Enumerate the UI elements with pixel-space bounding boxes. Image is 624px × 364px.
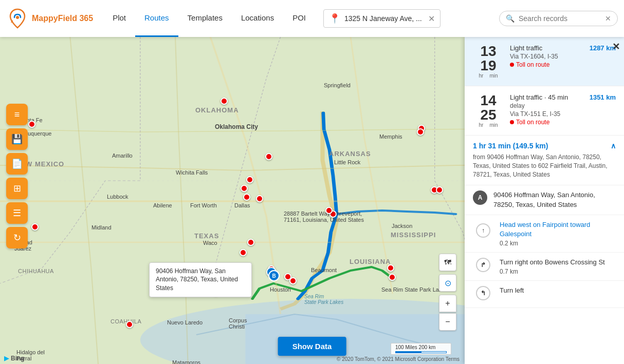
search-input[interactable] <box>519 14 601 23</box>
pin-la1 <box>436 186 443 194</box>
pin-wichita <box>246 176 253 183</box>
route-hours-1: 13 <box>480 44 496 59</box>
route-panel: ✕ 13 19 hr min Light traffic Via TX-1604… <box>465 37 624 364</box>
save-tool-icon: 💾 <box>11 133 23 145</box>
doc-tool-icon: 📄 <box>11 158 23 169</box>
pin-baton-rouge <box>389 274 396 281</box>
route-details-1: Light traffic Via TX-1604, I-35 Toll on … <box>510 44 583 68</box>
logo-icon <box>6 7 29 30</box>
step-1: ↑ Head west on Fairpoint toward Galespoi… <box>465 215 624 253</box>
bing-icon: ▶ <box>4 355 9 362</box>
address-bar[interactable]: 📍 1325 N Janeway Ave, ... ✕ <box>323 9 441 28</box>
search-clear-button[interactable]: ✕ <box>605 14 611 23</box>
route-traffic-1: Light traffic <box>510 44 583 52</box>
logo-area[interactable]: MappyField 365 <box>6 7 93 30</box>
search-icon: 🔍 <box>506 14 515 23</box>
show-data-button[interactable]: Show Data <box>278 337 346 356</box>
nav-plot[interactable]: Plot <box>103 0 135 37</box>
pin-ft-worth1 <box>243 194 250 201</box>
directions-collapse-icon[interactable]: ∧ <box>611 142 616 150</box>
pin-wf <box>241 185 248 192</box>
save-tool-button[interactable]: 💾 <box>6 128 28 150</box>
pin-mid-tx <box>247 239 254 246</box>
pin-corpus <box>126 321 133 328</box>
step-dist-2: 0.7 km <box>500 268 616 275</box>
grid-tool-button[interactable]: ⊞ <box>6 178 28 199</box>
step-icon-3: ↰ <box>476 286 490 300</box>
bing-text: Bing <box>11 355 25 362</box>
directions-summary[interactable]: 1 hr 31 min (149.5 km) ∧ <box>473 142 616 150</box>
doc-tool-button[interactable]: 📄 <box>6 153 28 175</box>
menu-tool-icon: ≡ <box>14 109 20 120</box>
directions-time: 1 hr 31 min (149.5 km) <box>473 142 548 150</box>
waypoint-b: B <box>268 270 280 281</box>
scale-bar: 100 Miles 200 km <box>391 343 451 355</box>
zoom-in-button[interactable]: + <box>439 295 456 312</box>
step-start: A 90406 Hoffman Way, San Antonio, 78250,… <box>465 185 624 215</box>
route-time-2: 14 25 hr min <box>473 93 504 128</box>
refresh-tool-icon: ↻ <box>13 232 21 243</box>
map-type-button[interactable]: 🗺 <box>439 254 456 271</box>
address-clear-button[interactable]: ✕ <box>428 14 435 24</box>
route-option-2[interactable]: 14 25 hr min Light traffic · 45 min dela… <box>465 86 624 136</box>
nav-poi[interactable]: POI <box>283 0 315 37</box>
menu-tool-button[interactable]: ≡ <box>6 104 28 125</box>
step-text-1: Head west on Fairpoint toward Galespoint <box>500 220 616 239</box>
route-toll-2: Toll on route <box>510 119 583 126</box>
toll-dot-2 <box>510 120 514 124</box>
step-icon-2: ↱ <box>476 258 490 272</box>
map-area[interactable]: TEXAS NEW MEXICO OKLAHOMA ARKANSAS MISSI… <box>0 37 624 364</box>
route-details-2: Light traffic · 45 min delay Via TX-151 … <box>510 93 583 126</box>
step-icon-start: A <box>473 190 487 205</box>
scale-text: 100 Miles 200 km <box>395 344 435 350</box>
locate-button[interactable]: ⊙ <box>439 274 456 292</box>
close-panel-button[interactable]: ✕ <box>612 41 620 52</box>
pin-ft-worth2 <box>256 195 263 202</box>
step-3: ↰ Turn left <box>465 281 624 308</box>
route-via-1: Via TX-1604, I-35 <box>510 53 583 60</box>
copyright-text: © 2020 TomTom, © 2021 Microsoft Corporat… <box>337 356 460 362</box>
nav-templates[interactable]: Templates <box>178 0 232 37</box>
pin-houston2 <box>289 277 297 284</box>
route-hours-2: 14 <box>480 93 496 108</box>
side-toolbar: ≡ 💾 📄 ⊞ ☰ ↻ <box>6 104 28 248</box>
bing-logo: ▶ Bing <box>4 355 25 362</box>
pin-new-orleans <box>387 264 394 272</box>
main-nav: Plot Routes Templates Locations POI <box>103 0 315 37</box>
address-popup: 90406 Hoffman Way, San Antonio, 78250, T… <box>149 262 252 297</box>
pin-shreveport <box>325 207 333 214</box>
list-tool-icon: ☰ <box>13 207 21 219</box>
toll-dot-1 <box>510 63 514 67</box>
step-text-2: Turn right onto Bowens Crossing St <box>500 258 616 267</box>
route-option-1[interactable]: 13 19 hr min Light traffic Via TX-1604, … <box>465 37 624 86</box>
route-traffic-2: Light traffic · 45 min <box>510 93 583 101</box>
step-2: ↱ Turn right onto Bowens Crossing St 0.7… <box>465 253 624 281</box>
route-minutes-1: 19 <box>480 59 496 73</box>
grid-tool-icon: ⊞ <box>13 183 21 194</box>
search-bar: 🔍 ✕ <box>499 11 618 26</box>
step-text-start: 90406 Hoffman Way, San Antonio, 78250, T… <box>493 190 616 209</box>
app-name: MappyField 365 <box>32 14 93 23</box>
route-time-1: 13 19 hr min <box>473 44 504 79</box>
zoom-out-button[interactable]: − <box>439 313 456 331</box>
route-toll-1: Toll on route <box>510 61 583 68</box>
svg-point-0 <box>16 16 19 19</box>
route-time-units-1: hr min <box>479 73 498 79</box>
pin-ok2 <box>417 128 424 136</box>
pin-waco <box>240 249 247 256</box>
route-time-units-2: hr min <box>479 122 498 128</box>
nav-routes[interactable]: Routes <box>135 0 178 37</box>
nav-locations[interactable]: Locations <box>232 0 283 37</box>
route-via-2: Via TX-151 E, I-35 <box>510 110 583 118</box>
directions-section: 1 hr 31 min (149.5 km) ∧ from 90406 Hoff… <box>465 136 624 185</box>
pin-sw <box>31 223 39 231</box>
route-minutes-2: 25 <box>480 108 496 122</box>
map-controls: 🗺 ⊙ + − <box>439 254 456 331</box>
step-icon-1: ↑ <box>476 223 490 238</box>
header: MappyField 365 Plot Routes Templates Loc… <box>0 0 624 37</box>
list-tool-button[interactable]: ☰ <box>6 202 28 224</box>
route-dist-2: 1351 km <box>590 93 616 101</box>
refresh-tool-button[interactable]: ↻ <box>6 227 28 248</box>
address-text: 1325 N Janeway Ave, ... <box>344 14 422 23</box>
directions-from-to: from 90406 Hoffman Way, San Antonio, 782… <box>473 153 616 179</box>
